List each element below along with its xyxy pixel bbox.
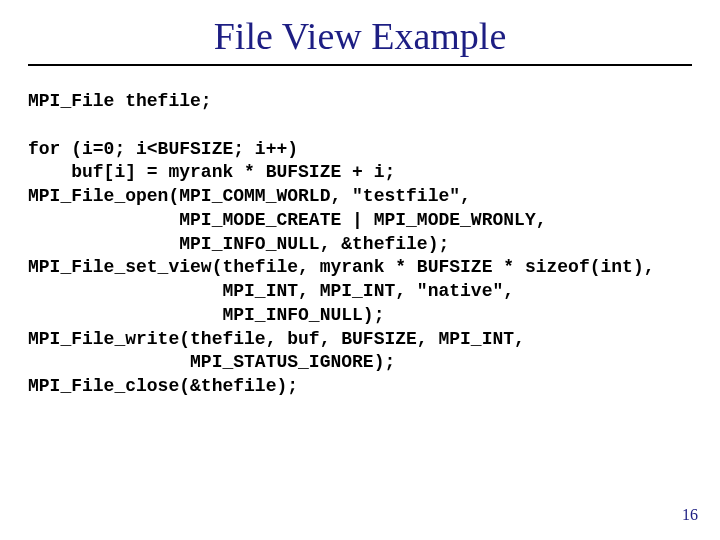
slide-title: File View Example [0, 0, 720, 64]
slide: File View Example MPI_File thefile; for … [0, 0, 720, 540]
code-block: MPI_File thefile; for (i=0; i<BUFSIZE; i… [28, 90, 720, 399]
title-rule [28, 64, 692, 66]
page-number: 16 [682, 506, 698, 524]
